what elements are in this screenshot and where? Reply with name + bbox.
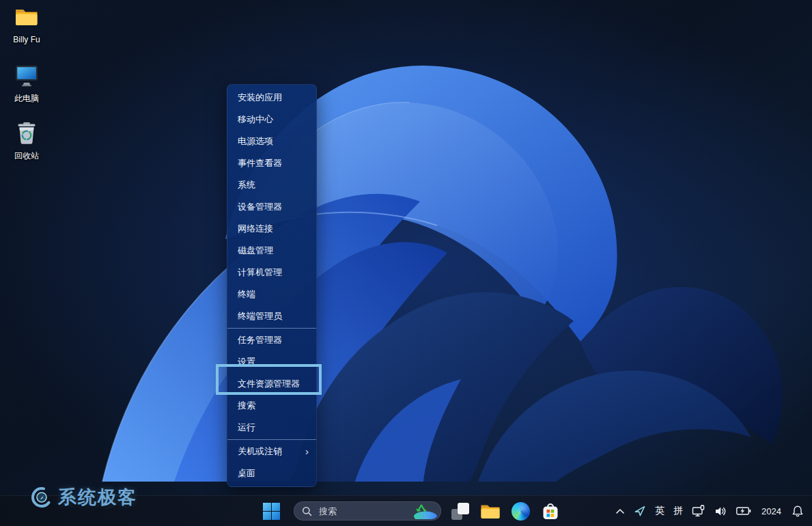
desktop-wallpaper (0, 0, 812, 526)
menu-item-run[interactable]: 运行 (227, 417, 316, 439)
menu-item-shutdown-signout[interactable]: 关机或注销 › (227, 441, 316, 462)
menu-separator (227, 439, 316, 440)
search-icon (302, 506, 312, 516)
ime-mode-indicator[interactable]: 拼 (673, 505, 683, 517)
menu-item-desktop[interactable]: 桌面 (227, 462, 316, 484)
menu-item-computer-management[interactable]: 计算机管理 (227, 262, 316, 283)
volume-icon[interactable] (714, 506, 727, 517)
desktop-icon-billy-fu[interactable]: Billy Fu (4, 5, 49, 44)
menu-item-settings[interactable]: 设置 (227, 351, 316, 373)
watermark-text: 系统极客 (58, 485, 137, 510)
system-tray: 英 拼 2024 (615, 496, 804, 526)
ime-language-indicator[interactable]: 英 (655, 505, 664, 517)
recycle-bin-icon (15, 121, 38, 146)
menu-item-terminal[interactable]: 终端 (227, 283, 316, 305)
folder-icon (14, 5, 40, 30)
this-pc-icon (14, 64, 40, 88)
search-input[interactable] (318, 506, 407, 517)
desktop-icon-label: 此电脑 (4, 93, 49, 105)
start-button[interactable] (260, 500, 282, 522)
task-view-icon (451, 502, 469, 520)
network-display-icon[interactable] (692, 505, 705, 517)
edge-button[interactable] (509, 500, 531, 522)
menu-item-disk-management[interactable]: 磁盘管理 (227, 240, 316, 262)
store-icon (542, 502, 559, 521)
menu-item-event-viewer[interactable]: 事件查看器 (227, 152, 316, 174)
microsoft-store-button[interactable] (540, 500, 561, 522)
desktop-icon-label: 回收站 (4, 150, 49, 162)
edge-icon (512, 502, 530, 521)
menu-separator (227, 328, 316, 329)
desktop-icon-label: Billy Fu (4, 35, 49, 44)
menu-item-file-explorer[interactable]: 文件资源管理器 (227, 373, 316, 395)
menu-item-terminal-admin[interactable]: 终端管理员 (227, 305, 316, 327)
taskbar-clock[interactable]: 2024 (760, 506, 783, 516)
hidden-icons-chevron-icon[interactable] (615, 508, 625, 514)
menu-item-power-options[interactable]: 电源选项 (227, 130, 316, 152)
menu-item-mobility-center[interactable]: 移动中心 (227, 109, 316, 130)
search-box[interactable] (294, 501, 441, 521)
desktop-icon-this-pc[interactable]: 此电脑 (4, 64, 49, 105)
file-explorer-button[interactable] (479, 500, 501, 522)
search-highlight-recycle-earth-icon (407, 503, 438, 519)
menu-item-system[interactable]: 系统 (227, 174, 316, 196)
menu-item-network-connections[interactable]: 网络连接 (227, 218, 316, 240)
watermark-logo-icon (30, 486, 53, 509)
desktop-icon-recycle-bin[interactable]: 回收站 (4, 121, 49, 162)
menu-item-installed-apps[interactable]: 安装的应用 (227, 87, 316, 109)
location-in-use-icon[interactable] (634, 505, 646, 517)
task-view-button[interactable] (449, 500, 471, 522)
menu-item-device-manager[interactable]: 设备管理器 (227, 196, 316, 218)
folder-icon (480, 503, 501, 520)
taskbar-center-group (260, 496, 561, 526)
notification-bell-icon[interactable] (792, 505, 804, 518)
menu-item-task-manager[interactable]: 任务管理器 (227, 329, 316, 351)
battery-charging-icon[interactable] (736, 506, 751, 516)
winx-quick-link-menu: 安装的应用 移动中心 电源选项 事件查看器 系统 设备管理器 网络连接 磁盘管理… (227, 84, 317, 487)
windows-logo-icon (263, 503, 280, 520)
chevron-right-icon: › (305, 441, 309, 462)
menu-item-search[interactable]: 搜索 (227, 395, 316, 417)
watermark: 系统极客 (30, 485, 137, 510)
menu-item-label: 关机或注销 (238, 446, 282, 456)
